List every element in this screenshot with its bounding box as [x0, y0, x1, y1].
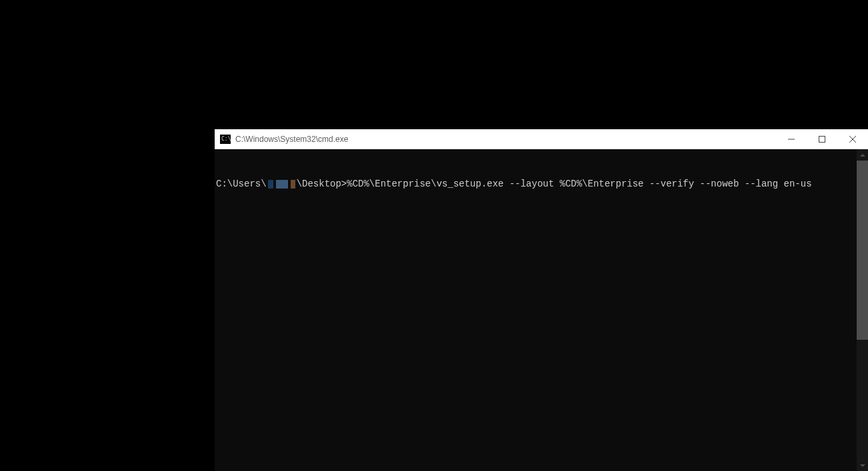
- cmd-window: C:\ C:\Windows\System32\cmd.exe: [215, 129, 868, 471]
- titlebar[interactable]: C:\ C:\Windows\System32\cmd.exe: [215, 129, 868, 149]
- maximize-icon: [819, 136, 825, 143]
- command-line: C:\Users\\Desktop>%CD%\Enterprise\vs_set…: [216, 177, 855, 191]
- chevron-up-icon: [860, 153, 865, 158]
- scrollbar-down-button[interactable]: [857, 460, 868, 471]
- command-text: %CD%\Enterprise\vs_setup.exe --layout %C…: [347, 177, 811, 191]
- scrollbar-up-button[interactable]: [857, 149, 868, 161]
- close-icon: [849, 136, 856, 143]
- console-area: C:\Users\\Desktop>%CD%\Enterprise\vs_set…: [215, 149, 868, 471]
- redacted-username-1: [268, 180, 273, 189]
- chevron-down-icon: [860, 463, 865, 468]
- minimize-button[interactable]: [776, 129, 807, 149]
- vertical-scrollbar[interactable]: [857, 149, 868, 471]
- svg-rect-1: [819, 137, 825, 143]
- maximize-button[interactable]: [807, 129, 837, 149]
- redacted-username-2: [276, 180, 288, 189]
- scrollbar-thumb[interactable]: [857, 161, 868, 340]
- redacted-username-3: [291, 180, 295, 189]
- scrollbar-track[interactable]: [857, 161, 868, 460]
- window-controls: [776, 129, 868, 149]
- cmd-icon: C:\: [220, 135, 231, 144]
- prompt-prefix: C:\Users\: [216, 177, 267, 191]
- minimize-icon: [788, 136, 795, 143]
- window-title: C:\Windows\System32\cmd.exe: [235, 135, 348, 144]
- console-content[interactable]: C:\Users\\Desktop>%CD%\Enterprise\vs_set…: [215, 149, 857, 471]
- cmd-icon-label: C:\: [221, 137, 231, 142]
- prompt-mid: \Desktop>: [297, 177, 347, 191]
- close-button[interactable]: [837, 129, 868, 149]
